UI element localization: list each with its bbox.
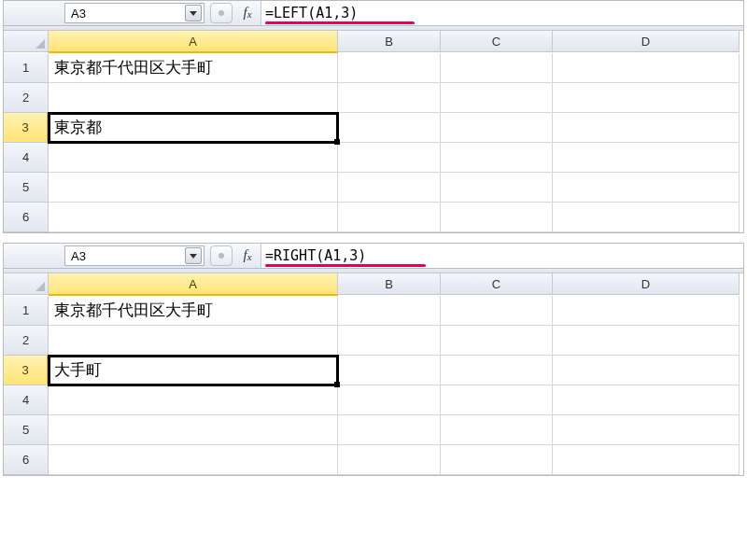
cell-A2[interactable] bbox=[49, 326, 338, 356]
spreadsheet-block: A3fx=RIGHT(A1,3)ABCD1東京都千代田区大手町23大手町456 bbox=[3, 243, 744, 476]
row-header[interactable]: 5 bbox=[4, 173, 49, 203]
cell-B3[interactable] bbox=[338, 113, 441, 143]
cell-A3[interactable]: 大手町 bbox=[49, 356, 338, 385]
row-header[interactable]: 2 bbox=[4, 326, 49, 356]
cell-A1[interactable]: 東京都千代田区大手町 bbox=[49, 296, 338, 326]
cell-A2[interactable] bbox=[49, 83, 338, 113]
chevron-down-icon bbox=[190, 254, 197, 259]
cell-D2[interactable] bbox=[553, 83, 740, 113]
row-header[interactable]: 1 bbox=[4, 53, 49, 83]
cell-B5[interactable] bbox=[338, 415, 441, 445]
column-header-label: C bbox=[492, 277, 500, 291]
cell-D2[interactable] bbox=[553, 326, 740, 356]
row-header[interactable]: 1 bbox=[4, 296, 49, 326]
cell-C3[interactable] bbox=[441, 356, 553, 385]
formula-expand-button[interactable] bbox=[210, 3, 233, 23]
chevron-down-icon bbox=[190, 11, 197, 16]
name-box[interactable]: A3 bbox=[64, 3, 204, 23]
cell-D4[interactable] bbox=[553, 385, 740, 415]
cell-B5[interactable] bbox=[338, 173, 441, 203]
column-header-label: B bbox=[385, 277, 393, 291]
row-header[interactable]: 4 bbox=[4, 143, 49, 173]
cell-D5[interactable] bbox=[553, 415, 740, 445]
cell-D1[interactable] bbox=[553, 296, 740, 326]
column-header-label: D bbox=[641, 35, 650, 49]
cell-C6[interactable] bbox=[441, 203, 553, 232]
cell-A5[interactable] bbox=[49, 415, 338, 445]
cell-grid[interactable]: ABCD1東京都千代田区大手町23東京都456 bbox=[4, 31, 743, 232]
formula-expand-button[interactable] bbox=[210, 245, 233, 266]
column-header[interactable]: A bbox=[49, 273, 338, 296]
formula-input[interactable]: =RIGHT(A1,3) bbox=[261, 244, 743, 268]
cell-D3[interactable] bbox=[553, 113, 740, 143]
cell-A4[interactable] bbox=[49, 143, 338, 173]
row-header[interactable]: 6 bbox=[4, 203, 49, 232]
cell-D3[interactable] bbox=[553, 356, 740, 385]
row-header[interactable]: 4 bbox=[4, 385, 49, 415]
cell-B2[interactable] bbox=[338, 83, 441, 113]
formula-text: =RIGHT(A1,3) bbox=[265, 247, 366, 264]
cell-C2[interactable] bbox=[441, 83, 553, 113]
cell-D1[interactable] bbox=[553, 53, 740, 83]
cell-A6[interactable] bbox=[49, 203, 338, 232]
cell-D5[interactable] bbox=[553, 173, 740, 203]
row-header-label: 2 bbox=[22, 333, 29, 347]
formula-button-group bbox=[210, 1, 233, 25]
cell-C5[interactable] bbox=[441, 173, 553, 203]
row-header-label: 4 bbox=[22, 393, 29, 407]
column-header[interactable]: D bbox=[553, 31, 740, 52]
cell-B6[interactable] bbox=[338, 203, 441, 232]
cell-C5[interactable] bbox=[441, 415, 553, 445]
row-header-label: 2 bbox=[22, 91, 29, 105]
cell-B2[interactable] bbox=[338, 326, 441, 356]
row-header[interactable]: 2 bbox=[4, 83, 49, 113]
cell-grid[interactable]: ABCD1東京都千代田区大手町23大手町456 bbox=[4, 273, 743, 475]
cell-A5[interactable] bbox=[49, 173, 338, 203]
cell-A4[interactable] bbox=[49, 385, 338, 415]
cell-D6[interactable] bbox=[553, 203, 740, 232]
row-header[interactable]: 6 bbox=[4, 445, 49, 475]
cell-A6[interactable] bbox=[49, 445, 338, 475]
cell-C4[interactable] bbox=[441, 143, 553, 173]
cell-C1[interactable] bbox=[441, 296, 553, 326]
row-header-label: 1 bbox=[22, 303, 29, 317]
select-all-corner[interactable] bbox=[4, 31, 49, 52]
row-header[interactable]: 3 bbox=[4, 356, 49, 385]
column-header[interactable]: C bbox=[441, 31, 553, 52]
cell-C3[interactable] bbox=[441, 113, 553, 143]
column-header[interactable]: A bbox=[49, 31, 338, 53]
cell-B4[interactable] bbox=[338, 143, 441, 173]
column-header[interactable]: B bbox=[338, 273, 441, 295]
row-header-label: 6 bbox=[22, 210, 29, 224]
fx-icon-sub: x bbox=[247, 251, 252, 262]
column-header[interactable]: C bbox=[441, 273, 553, 295]
insert-function-button[interactable]: fx bbox=[234, 1, 261, 23]
insert-function-button[interactable]: fx bbox=[234, 244, 261, 266]
cell-C6[interactable] bbox=[441, 445, 553, 475]
formula-input[interactable]: =LEFT(A1,3) bbox=[261, 1, 743, 25]
name-box-dropdown-icon[interactable] bbox=[185, 247, 202, 264]
row-header[interactable]: 3 bbox=[4, 113, 49, 143]
cell-B1[interactable] bbox=[338, 296, 441, 326]
circle-icon bbox=[218, 10, 224, 16]
cell-value: 大手町 bbox=[54, 359, 102, 381]
name-box[interactable]: A3 bbox=[64, 245, 204, 266]
cell-B4[interactable] bbox=[338, 385, 441, 415]
name-box-dropdown-icon[interactable] bbox=[185, 5, 202, 21]
annotation-underline bbox=[265, 264, 426, 267]
cell-A3[interactable]: 東京都 bbox=[49, 113, 338, 143]
cell-C4[interactable] bbox=[441, 385, 553, 415]
cell-C2[interactable] bbox=[441, 326, 553, 356]
cell-A1[interactable]: 東京都千代田区大手町 bbox=[49, 53, 338, 83]
cell-B6[interactable] bbox=[338, 445, 441, 475]
select-all-corner[interactable] bbox=[4, 273, 49, 295]
cell-B3[interactable] bbox=[338, 356, 441, 385]
cell-D4[interactable] bbox=[553, 143, 740, 173]
column-header[interactable]: B bbox=[338, 31, 441, 52]
row-header[interactable]: 5 bbox=[4, 415, 49, 445]
row-header-label: 3 bbox=[21, 363, 28, 377]
cell-B1[interactable] bbox=[338, 53, 441, 83]
column-header[interactable]: D bbox=[553, 273, 740, 295]
cell-C1[interactable] bbox=[441, 53, 553, 83]
cell-D6[interactable] bbox=[553, 445, 740, 475]
